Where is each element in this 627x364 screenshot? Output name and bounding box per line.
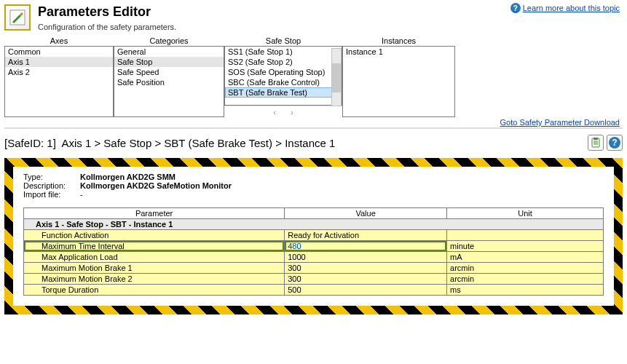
safestop-header: Safe Stop — [224, 36, 342, 46]
col-value[interactable]: Value — [285, 208, 447, 219]
learn-more-link[interactable]: ? Learn more about this topic — [510, 3, 620, 13]
param-value[interactable]: 300 — [285, 274, 447, 285]
list-item[interactable]: Safe Speed — [114, 67, 224, 77]
safeid-label: [SafeID: 1] — [4, 137, 56, 149]
breadcrumb-part: Axis 1 — [61, 137, 91, 149]
learn-more-label: Learn more about this topic — [523, 4, 620, 12]
param-name: Torque Duration — [24, 285, 285, 296]
param-name: Maximum Motion Brake 2 — [24, 274, 285, 285]
goto-download-link[interactable]: Goto Safety Parameter Download — [500, 118, 620, 127]
table-row[interactable]: Torque Duration 500 ms — [24, 285, 604, 296]
param-value[interactable]: 500 — [285, 285, 447, 296]
type-label: Type: — [23, 173, 80, 181]
col-parameter[interactable]: Parameter — [24, 208, 285, 219]
param-unit: ms — [447, 285, 604, 296]
param-unit: arcmin — [447, 274, 604, 285]
param-name: Max Application Load — [24, 252, 285, 263]
help-button[interactable]: ? — [607, 135, 623, 151]
list-item[interactable]: SOS (Safe Operating Stop) — [225, 67, 342, 77]
divider — [4, 127, 623, 129]
param-name: Maximum Motion Brake 1 — [24, 263, 285, 274]
axes-listbox[interactable]: Common Axis 1 Axis 2 — [4, 46, 114, 117]
group-label: Axis 1 - Safe Stop - SBT - Instance 1 — [24, 219, 604, 230]
vertical-scrollbar[interactable] — [331, 48, 342, 106]
table-row[interactable]: Function Activation Ready for Activation — [24, 230, 604, 241]
param-unit — [447, 230, 604, 241]
table-row[interactable]: Maximum Motion Brake 1 300 arcmin — [24, 263, 604, 274]
svg-rect-2 — [594, 138, 598, 140]
breadcrumb-part: Instance 1 — [285, 137, 335, 149]
info-table: Type: Kollmorgen AKD2G SMM Description: … — [23, 173, 604, 199]
horizontal-scroll[interactable]: ‹ › — [224, 106, 342, 117]
list-item[interactable]: SBC (Safe Brake Control) — [225, 77, 342, 87]
description-value: Kollmorgen AKD2G SafeMotion Monitor — [80, 181, 232, 190]
chevron-right-icon: › — [291, 108, 293, 116]
param-unit: minute — [447, 241, 604, 252]
list-item[interactable]: Safe Position — [114, 77, 224, 87]
categories-listbox[interactable]: General Safe Stop Safe Speed Safe Positi… — [114, 46, 224, 117]
table-row[interactable]: Maximum Motion Brake 2 300 arcmin — [24, 274, 604, 285]
param-value[interactable]: 1000 — [285, 252, 447, 263]
param-unit: mA — [447, 252, 604, 263]
list-item[interactable]: Instance 1 — [343, 47, 454, 57]
col-unit[interactable]: Unit — [447, 208, 604, 219]
param-value[interactable]: 300 — [285, 263, 447, 274]
param-unit: arcmin — [447, 263, 604, 274]
param-name: Function Activation — [24, 230, 285, 241]
safestop-listbox[interactable]: SS1 (Safe Stop 1) SS2 (Safe Stop 2) SOS … — [224, 46, 342, 106]
param-value[interactable]: Ready for Activation — [285, 230, 447, 241]
instances-header: Instances — [342, 36, 455, 46]
table-row[interactable]: Max Application Load 1000 mA — [24, 252, 604, 263]
list-item[interactable]: Safe Stop — [114, 57, 224, 67]
safety-panel: Type: Kollmorgen AKD2G SMM Description: … — [4, 158, 623, 314]
axes-header: Axes — [4, 36, 114, 46]
categories-header: Categories — [114, 36, 224, 46]
parameters-editor-icon — [4, 4, 31, 31]
group-row: Axis 1 - Safe Stop - SBT - Instance 1 — [24, 219, 604, 230]
list-item[interactable]: Axis 1 — [5, 57, 113, 67]
list-item[interactable]: Common — [5, 47, 113, 57]
param-name: Maximum Time Interval — [24, 241, 285, 252]
page-title: Parameters Editor — [38, 4, 176, 20]
help-icon: ? — [510, 3, 521, 13]
import-file-value: - — [80, 190, 83, 199]
breadcrumb: [SafeID: 1] Axis 1 > Safe Stop > SBT (Sa… — [4, 137, 335, 149]
help-icon: ? — [609, 137, 620, 149]
list-item[interactable]: General — [114, 47, 224, 57]
param-value[interactable]: 480 — [285, 241, 447, 252]
page-subtitle: Configuration of the safety parameters. — [38, 23, 176, 31]
list-item[interactable]: Axis 2 — [5, 67, 113, 77]
table-row[interactable]: Maximum Time Interval 480 minute — [24, 241, 604, 252]
breadcrumb-part: SBT (Safe Brake Test) — [164, 137, 272, 149]
description-label: Description: — [23, 181, 80, 190]
type-value: Kollmorgen AKD2G SMM — [80, 173, 176, 181]
goto-download-label: Goto Safety Parameter Download — [500, 118, 620, 127]
instances-listbox[interactable]: Instance 1 — [342, 46, 455, 117]
list-item[interactable]: SBT (Safe Brake Test) ⌄ — [225, 87, 342, 98]
list-item[interactable]: SS2 (Safe Stop 2) — [225, 57, 342, 67]
parameters-table: Parameter Value Unit Axis 1 - Safe Stop … — [23, 207, 604, 296]
breadcrumb-part: Safe Stop — [103, 137, 151, 149]
list-item-label: SBT (Safe Brake Test) — [228, 88, 307, 97]
list-item[interactable]: SS1 (Safe Stop 1) — [225, 47, 342, 57]
chevron-left-icon: ‹ — [273, 108, 276, 116]
import-file-label: Import file: — [23, 190, 80, 199]
clipboard-button[interactable] — [588, 135, 604, 151]
